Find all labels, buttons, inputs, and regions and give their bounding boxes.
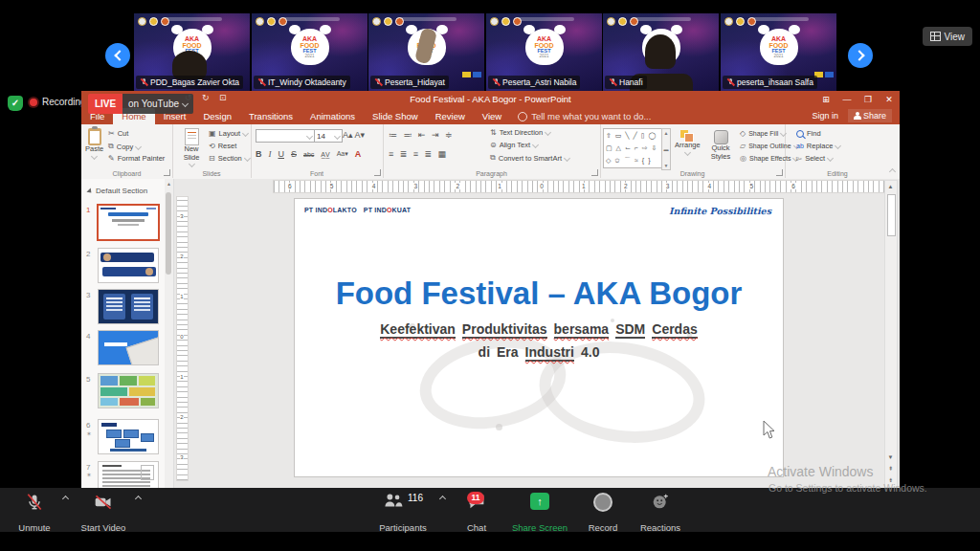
start-video-button[interactable]: Start Video [77, 490, 130, 538]
participant-name-badge: Peserta_Hidayat [370, 76, 449, 89]
slide-thumbnail-1[interactable] [97, 204, 160, 241]
copy-button[interactable]: ⧉Copy [108, 142, 141, 151]
minimize-button[interactable]: — [836, 91, 858, 108]
format-painter-button[interactable]: ✎Format Painter [108, 154, 165, 163]
slide-thumbnail-4[interactable] [98, 330, 159, 365]
participants-button[interactable]: 116 Participants [375, 490, 431, 538]
security-shield-icon[interactable]: ✓ [8, 96, 23, 111]
layout-button[interactable]: ▣Layout [209, 129, 248, 138]
scrollbar-thumb[interactable] [887, 194, 896, 236]
replace-button[interactable]: abReplace [796, 142, 840, 150]
close-button[interactable]: ✕ [879, 91, 900, 108]
slide-thumbnail-7[interactable] [98, 461, 159, 488]
section-button[interactable]: ⊟Section [209, 154, 250, 163]
slide-thumbnail-5[interactable] [98, 373, 159, 408]
font-style-buttons[interactable]: BIUSabcA̲V̲Aa▾A [256, 149, 365, 159]
list-buttons[interactable]: ≔ ≕ ⇤ ⇥ ≑ [389, 130, 455, 140]
grow-shrink-font-buttons[interactable]: A▴ A▾ [343, 130, 365, 140]
quick-styles-button[interactable]: Quick Styles [707, 130, 734, 161]
video-tile[interactable]: AKA FOOD FEST 2021 Hanafi [603, 13, 719, 91]
unmute-button[interactable]: Unmute [10, 490, 59, 538]
collapse-ribbon-button[interactable] [889, 168, 896, 175]
convert-smartart-button[interactable]: ⧉Convert to SmartArt [490, 153, 569, 163]
ppt-menu-tabs: File Home Insert Design Transitions Anim… [81, 108, 900, 124]
tile-banner [280, 17, 340, 21]
video-tile[interactable]: AKA FOOD FEST 2021 PDD_Bagas Zavier Okta [134, 13, 250, 91]
share-screen-icon: ↑ [530, 493, 549, 510]
sign-in-link[interactable]: Sign in [812, 111, 838, 121]
section-header[interactable]: Default Section [88, 187, 147, 195]
tab-slide-show[interactable]: Slide Show [364, 108, 427, 124]
video-options-caret[interactable] [135, 496, 142, 502]
paste-button[interactable]: Paste [85, 128, 103, 159]
participants-options-caret[interactable] [439, 496, 446, 502]
ppt-share-button[interactable]: Share [848, 109, 892, 122]
zoom-bottom-toolbar: Unmute Start Video 116 Particip [0, 488, 980, 532]
tell-me-box[interactable]: Tell me what you want to do... [510, 108, 658, 124]
restore-button[interactable]: ❐ [858, 91, 879, 108]
group-drawing: ⇧ ▭ ╲ ╱ ▯ ◯▢ △ ⌙ ⌐ ⇨ ⇩◇ ✩ ⌒ ≈ { } ▲▬▼ Ar… [600, 124, 786, 178]
participant-name-badge: IT_Windy Oktadeanty [254, 76, 350, 89]
video-tile[interactable]: AKA FOOD FEST 2021 Peserta_Astri Nabila [486, 13, 602, 91]
find-button[interactable]: Find [796, 129, 821, 138]
live-badge: LIVE [88, 94, 122, 114]
previous-slide-button[interactable]: ⇞ [885, 464, 896, 474]
shapes-gallery[interactable]: ⇧ ▭ ╲ ╱ ▯ ◯▢ △ ⌙ ⌐ ⇨ ⇩◇ ✩ ⌒ ≈ { } [603, 128, 666, 168]
tab-transitions[interactable]: Transitions [240, 108, 301, 124]
tab-review[interactable]: Review [427, 108, 474, 124]
aka-food-fest-logo: AKA FOOD FEST 2021 [291, 29, 329, 65]
tab-animations[interactable]: Animations [301, 108, 364, 124]
share-screen-button[interactable]: ↑ Share Screen [511, 490, 568, 538]
tile-logos [372, 17, 404, 26]
horizontal-ruler-numbers: 6543210123456 [287, 181, 796, 191]
chat-badge: 11 [467, 492, 484, 504]
drawing-dialog-launcher[interactable] [776, 169, 783, 176]
strip-prev-button[interactable] [105, 43, 130, 68]
slide-canvas[interactable]: PT INDOLAKTOPT INDOKUAT Infinite Possibi… [295, 199, 783, 476]
arrange-button[interactable]: Arrange [675, 130, 701, 155]
tab-view[interactable]: View [474, 108, 510, 124]
chat-button[interactable]: 11 Chat [456, 490, 498, 538]
shapes-gallery-scrollbar[interactable]: ▲▬▼ [661, 128, 671, 170]
slide-thumbnail-6[interactable] [98, 419, 159, 454]
video-tile[interactable]: AKA FOOD FEST 2021 IT_Windy Oktadeanty [252, 13, 368, 91]
new-slide-icon [185, 128, 199, 145]
unmute-options-caret[interactable] [62, 496, 69, 502]
align-buttons[interactable]: ≡ ≣ ≡ ≣ ▦ [389, 149, 448, 159]
strip-next-button[interactable] [848, 43, 873, 68]
gallery-view-icon [930, 32, 941, 41]
font-name-combo[interactable] [256, 129, 315, 143]
ribbon-options-button[interactable]: ⊞ [815, 91, 836, 108]
view-button[interactable]: View [923, 27, 973, 46]
participant-name-badge: peserta_ihsaan Salfa [723, 76, 817, 89]
scroll-up-icon[interactable]: ▲ [885, 182, 896, 191]
tab-design[interactable]: Design [194, 108, 240, 124]
slide-thumbnail-2[interactable] [98, 248, 159, 283]
video-tile[interactable]: AKA FOOD FEST 2021 Peserta_Hidayat [368, 13, 484, 91]
scroll-down-icon[interactable]: ▼ [885, 452, 896, 462]
record-button[interactable]: Record [580, 490, 626, 538]
section-collapse-icon [86, 187, 93, 194]
thumbnails-scrollbar[interactable]: ▲ [165, 179, 174, 488]
font-dialog-launcher[interactable] [374, 169, 381, 176]
clipboard-dialog-launcher[interactable] [164, 169, 170, 176]
paragraph-dialog-launcher[interactable] [591, 169, 598, 176]
text-direction-button[interactable]: ⇅Text Direction [490, 128, 550, 137]
live-platform-badge[interactable]: on YouTube [122, 94, 193, 114]
font-size-combo[interactable]: 14 [314, 129, 343, 143]
mouse-cursor [763, 421, 776, 440]
align-text-button[interactable]: ⊜Align Text [490, 141, 538, 149]
new-slide-button[interactable]: New Slide [177, 128, 206, 166]
video-tile[interactable]: AKA FOOD FEST 2021 peserta_ihsaan Salfa [721, 13, 836, 91]
shape-fill-button[interactable]: ◇Shape Fill [740, 129, 786, 138]
slide-thumbnail-3[interactable] [98, 289, 159, 324]
slide-scrollbar[interactable]: ▲ ▼ ⇞ ⇟ [884, 180, 898, 488]
cut-button[interactable]: ✂Cut [108, 129, 128, 138]
select-button[interactable]: ▻Select [796, 154, 833, 163]
reset-button[interactable]: ⟲Reset [209, 142, 236, 150]
subtitle-word: Produktivitas [462, 321, 547, 339]
subtitle-word: bersama [554, 321, 610, 339]
chevron-left-icon [114, 50, 124, 60]
mic-muted-icon [257, 78, 265, 87]
reactions-button[interactable]: Reactions [635, 490, 685, 538]
